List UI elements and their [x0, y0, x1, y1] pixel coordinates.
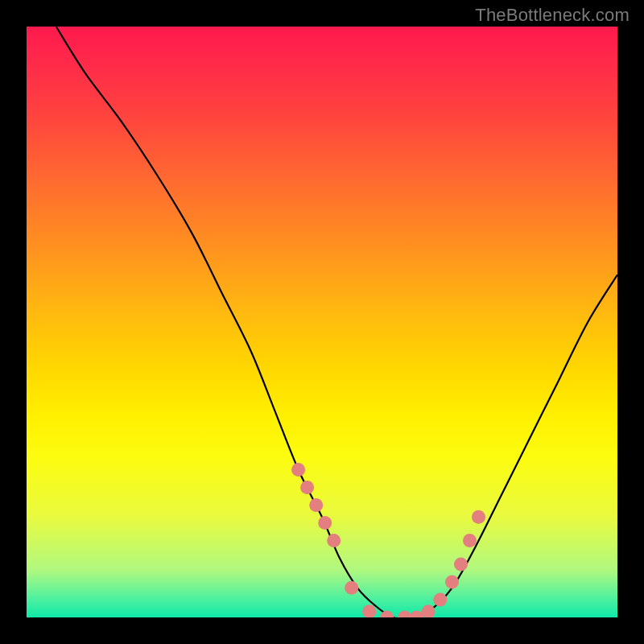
highlighted-point	[327, 534, 341, 547]
highlighted-point	[309, 498, 323, 512]
highlighted-point	[433, 593, 447, 607]
highlighted-point	[345, 581, 358, 595]
highlighted-point	[445, 576, 459, 589]
highlighted-point	[318, 516, 332, 530]
highlighted-point	[300, 481, 314, 494]
highlighted-point	[291, 463, 305, 477]
chart-frame: TheBottleneck.com	[0, 0, 644, 644]
highlighted-point	[454, 557, 468, 571]
highlighted-point	[398, 611, 411, 618]
highlighted-point	[422, 605, 436, 617]
highlighted-points	[291, 463, 485, 617]
highlighted-point	[362, 605, 376, 617]
watermark-text: TheBottleneck.com	[475, 5, 630, 26]
highlighted-point	[463, 534, 477, 547]
chart-svg-layer	[27, 27, 617, 617]
bottleneck-curve	[56, 27, 617, 617]
highlighted-point	[410, 611, 423, 618]
highlighted-point	[472, 510, 485, 524]
